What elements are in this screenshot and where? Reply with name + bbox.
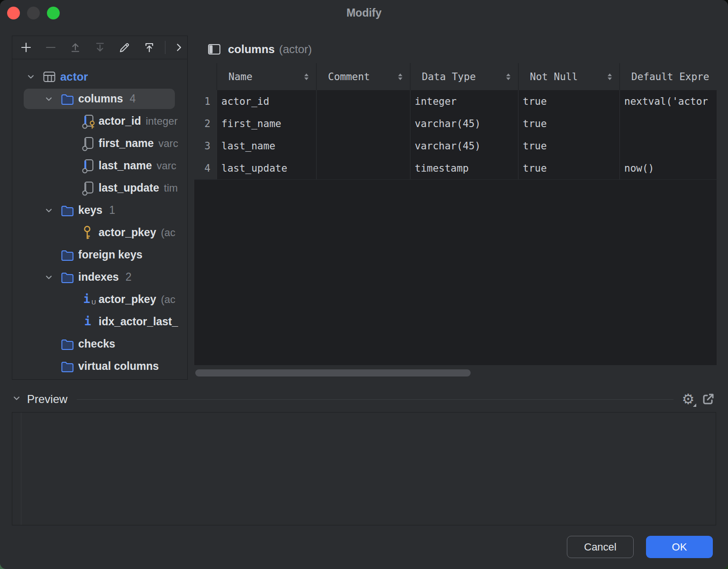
chevron-down-icon[interactable] bbox=[44, 206, 60, 215]
tree-item-label: last_name bbox=[99, 159, 152, 172]
cell-not-null[interactable]: true bbox=[519, 90, 620, 112]
plus-icon bbox=[20, 41, 32, 54]
sort-icon[interactable] bbox=[397, 72, 403, 84]
toolbar-separator bbox=[165, 41, 165, 54]
column-header-data-type[interactable]: Data Type bbox=[410, 63, 519, 90]
tree-toolbar bbox=[12, 36, 187, 59]
tree-item-count: 2 bbox=[126, 271, 132, 284]
tree-item-count: 4 bbox=[130, 92, 136, 105]
column-header-default-expression[interactable]: Default Expre bbox=[620, 63, 717, 90]
open-in-new-window-button[interactable] bbox=[700, 391, 716, 408]
cell-not-null[interactable]: true bbox=[519, 157, 620, 179]
tree-item-idx-actor-last-name[interactable]: i idx_actor_last_ bbox=[12, 311, 187, 333]
tree-item-actor[interactable]: actor bbox=[12, 65, 187, 88]
column-type-hint: varc bbox=[157, 160, 177, 172]
tree-item-last-name[interactable]: last_name varc bbox=[12, 155, 187, 177]
tree-item-actor-id[interactable]: actor_id integer bbox=[12, 110, 187, 132]
row-number: 4 bbox=[194, 157, 217, 179]
cell-default-expression[interactable]: nextval('actor bbox=[620, 90, 717, 112]
remove-button[interactable] bbox=[42, 39, 60, 55]
structure-panel: actor columns 4 actor_id integer first_n… bbox=[12, 36, 188, 380]
column-header-label: Default Expre bbox=[631, 71, 709, 83]
column-header-not-null[interactable]: Not Null bbox=[519, 63, 620, 90]
column-header-comment[interactable]: Comment bbox=[317, 63, 410, 90]
object-tree: actor columns 4 actor_id integer first_n… bbox=[12, 59, 187, 377]
cell-name[interactable]: actor_id bbox=[217, 90, 317, 112]
move-up-button[interactable] bbox=[66, 39, 84, 55]
column-type-hint: varc bbox=[158, 138, 178, 150]
preview-collapse-toggle[interactable] bbox=[12, 394, 21, 405]
cell-comment[interactable] bbox=[317, 112, 410, 135]
cell-comment[interactable] bbox=[317, 157, 410, 179]
tree-item-label: virtual columns bbox=[78, 360, 159, 373]
zoom-button[interactable] bbox=[47, 7, 60, 19]
grid-header-row: Name Comment Data Type Not Null Default … bbox=[194, 63, 717, 90]
cell-default-expression[interactable] bbox=[620, 112, 717, 135]
editor-title: columns bbox=[228, 43, 275, 56]
cell-default-expression[interactable]: now() bbox=[620, 157, 717, 179]
cancel-button[interactable]: Cancel bbox=[567, 536, 634, 558]
svg-text:U: U bbox=[91, 299, 96, 306]
column-header-name[interactable]: Name bbox=[217, 63, 317, 90]
cell-data-type[interactable]: integer bbox=[410, 90, 519, 112]
tree-item-actor-pkey-index[interactable]: iU actor_pkey (ac bbox=[12, 288, 187, 311]
cell-not-null[interactable]: true bbox=[519, 112, 620, 135]
tree-item-label: actor bbox=[60, 70, 88, 83]
table-row[interactable]: 1 actor_id integer true nextval('actor bbox=[194, 90, 717, 112]
sort-icon[interactable] bbox=[607, 72, 613, 84]
folder-icon bbox=[60, 92, 78, 106]
tree-item-label: actor_id bbox=[99, 115, 141, 128]
close-button[interactable] bbox=[7, 7, 20, 19]
horizontal-scrollbar[interactable] bbox=[195, 369, 471, 376]
tree-item-foreign-keys[interactable]: foreign keys bbox=[12, 244, 187, 266]
column-icon bbox=[81, 180, 99, 196]
tree-item-keys[interactable]: keys 1 bbox=[12, 199, 187, 221]
cell-name[interactable]: first_name bbox=[217, 112, 317, 135]
export-ddl-button[interactable] bbox=[140, 39, 158, 55]
cell-not-null[interactable]: true bbox=[519, 135, 620, 157]
cell-default-expression[interactable] bbox=[620, 135, 717, 157]
tree-item-indexes[interactable]: indexes 2 bbox=[12, 266, 187, 288]
preview-editor[interactable] bbox=[12, 412, 716, 525]
columns-icon bbox=[207, 43, 221, 56]
tree-item-label: last_update bbox=[99, 182, 159, 194]
preview-divider-line bbox=[77, 399, 673, 400]
preview-settings-button[interactable]: ⚙ bbox=[680, 391, 696, 408]
tree-item-virtual-columns[interactable]: virtual columns bbox=[12, 355, 187, 377]
ok-button[interactable]: OK bbox=[646, 536, 713, 558]
move-down-button[interactable] bbox=[91, 39, 109, 55]
table-row[interactable]: 3 last_name varchar(45) true bbox=[194, 135, 717, 157]
more-actions-button[interactable] bbox=[170, 39, 188, 55]
table-icon bbox=[42, 70, 60, 84]
cell-name[interactable]: last_update bbox=[217, 157, 317, 179]
minimize-button bbox=[27, 7, 40, 19]
svg-text:i: i bbox=[84, 315, 91, 328]
sort-icon[interactable] bbox=[303, 72, 309, 84]
chevron-down-icon[interactable] bbox=[44, 273, 60, 282]
cell-comment[interactable] bbox=[317, 90, 410, 112]
cell-data-type[interactable]: timestamp bbox=[410, 157, 519, 179]
cell-data-type[interactable]: varchar(45) bbox=[410, 135, 519, 157]
index-columns-hint: (ac bbox=[161, 294, 175, 306]
title-bar: Modify bbox=[0, 0, 728, 26]
folder-icon bbox=[60, 337, 78, 351]
table-row[interactable]: 4 last_update timestamp true now() bbox=[194, 157, 717, 179]
tree-item-actor-pkey[interactable]: actor_pkey (ac bbox=[12, 221, 187, 244]
tree-item-checks[interactable]: checks bbox=[12, 333, 187, 355]
cell-data-type[interactable]: varchar(45) bbox=[410, 112, 519, 135]
tree-item-label: first_name bbox=[99, 137, 154, 150]
cell-name[interactable]: last_name bbox=[217, 135, 317, 157]
edit-button[interactable] bbox=[116, 39, 134, 55]
tree-item-first-name[interactable]: first_name varc bbox=[12, 132, 187, 155]
chevron-down-icon[interactable] bbox=[26, 72, 42, 82]
tree-item-label: actor_pkey bbox=[99, 293, 156, 306]
tree-item-last-update[interactable]: last_update tim bbox=[12, 177, 187, 199]
chevron-down-icon[interactable] bbox=[44, 94, 60, 104]
table-row[interactable]: 2 first_name varchar(45) true bbox=[194, 112, 717, 135]
tree-item-columns[interactable]: columns 4 bbox=[12, 88, 187, 110]
preview-label: Preview bbox=[27, 393, 67, 406]
pencil-icon bbox=[118, 41, 131, 54]
sort-icon[interactable] bbox=[505, 72, 511, 84]
cell-comment[interactable] bbox=[317, 135, 410, 157]
add-button[interactable] bbox=[17, 39, 35, 55]
